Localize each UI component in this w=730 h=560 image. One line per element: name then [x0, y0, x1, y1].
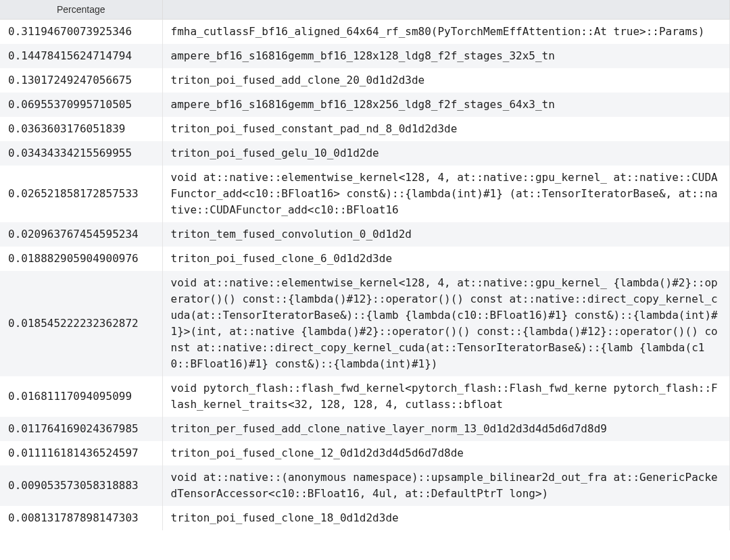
cell-percentage: 0.018882905904900976 — [0, 247, 162, 271]
table-row[interactable]: 0.0363603176051839triton_poi_fused_const… — [0, 117, 730, 141]
cell-name: void at::native::(anonymous namespace)::… — [162, 465, 730, 506]
table-row[interactable]: 0.009053573058318883void at::native::(an… — [0, 465, 730, 506]
cell-percentage: 0.01681117094095099 — [0, 376, 162, 417]
cell-percentage: 0.008131787898147303 — [0, 506, 162, 530]
header-percentage[interactable]: Percentage — [0, 0, 162, 20]
cell-name: ampere_bf16_s16816gemm_bf16_128x256_ldg8… — [162, 93, 730, 117]
cell-percentage: 0.0363603176051839 — [0, 117, 162, 141]
table-row[interactable]: 0.026521858172857533void at::native::ele… — [0, 166, 730, 222]
table-row[interactable]: 0.008131787898147303triton_poi_fused_clo… — [0, 506, 730, 530]
table-row[interactable]: 0.011116181436524597triton_poi_fused_clo… — [0, 441, 730, 465]
cell-name: void at::native::elementwise_kernel<128,… — [162, 271, 730, 376]
table-row[interactable]: 0.06955370995710505ampere_bf16_s16816gem… — [0, 93, 730, 117]
cell-percentage: 0.06955370995710505 — [0, 93, 162, 117]
cell-name: triton_poi_fused_add_clone_20_0d1d2d3de — [162, 68, 730, 93]
cell-percentage: 0.03434334215569955 — [0, 141, 162, 166]
table-row[interactable]: 0.020963767454595234triton_tem_fused_con… — [0, 222, 730, 247]
cell-name: fmha_cutlassF_bf16_aligned_64x64_rf_sm80… — [162, 20, 730, 45]
cell-name: triton_tem_fused_convolution_0_0d1d2d — [162, 222, 730, 247]
cell-percentage: 0.13017249247056675 — [0, 68, 162, 93]
cell-name: triton_poi_fused_clone_6_0d1d2d3de — [162, 247, 730, 271]
table-row[interactable]: 0.011764169024367985triton_per_fused_add… — [0, 417, 730, 441]
header-name[interactable] — [162, 0, 730, 20]
table-row[interactable]: 0.018545222232362872void at::native::ele… — [0, 271, 730, 376]
table-row[interactable]: 0.14478415624714794ampere_bf16_s16816gem… — [0, 44, 730, 68]
cell-percentage: 0.31194670073925346 — [0, 20, 162, 45]
cell-percentage: 0.009053573058318883 — [0, 465, 162, 506]
cell-percentage: 0.020963767454595234 — [0, 222, 162, 247]
cell-percentage: 0.018545222232362872 — [0, 271, 162, 376]
table-row[interactable]: 0.31194670073925346fmha_cutlassF_bf16_al… — [0, 20, 730, 45]
table-row[interactable]: 0.13017249247056675triton_poi_fused_add_… — [0, 68, 730, 93]
cell-percentage: 0.011116181436524597 — [0, 441, 162, 465]
table-row[interactable]: 0.03434334215569955triton_poi_fused_gelu… — [0, 141, 730, 166]
cell-percentage: 0.026521858172857533 — [0, 166, 162, 222]
cell-name: triton_poi_fused_clone_12_0d1d2d3d4d5d6d… — [162, 441, 730, 465]
cell-name: void pytorch_flash::flash_fwd_kernel<pyt… — [162, 376, 730, 417]
cell-percentage: 0.011764169024367985 — [0, 417, 162, 441]
cell-percentage: 0.14478415624714794 — [0, 44, 162, 68]
cell-name: triton_per_fused_add_clone_native_layer_… — [162, 417, 730, 441]
cell-name: ampere_bf16_s16816gemm_bf16_128x128_ldg8… — [162, 44, 730, 68]
table-row[interactable]: 0.01681117094095099void pytorch_flash::f… — [0, 376, 730, 417]
cell-name: triton_poi_fused_gelu_10_0d1d2de — [162, 141, 730, 166]
profiler-table: Percentage 0.31194670073925346fmha_cutla… — [0, 0, 730, 530]
cell-name: void at::native::elementwise_kernel<128,… — [162, 166, 730, 222]
table-row[interactable]: 0.018882905904900976triton_poi_fused_clo… — [0, 247, 730, 271]
header-row: Percentage — [0, 0, 730, 20]
cell-name: triton_poi_fused_clone_18_0d1d2d3de — [162, 506, 730, 530]
cell-name: triton_poi_fused_constant_pad_nd_8_0d1d2… — [162, 117, 730, 141]
